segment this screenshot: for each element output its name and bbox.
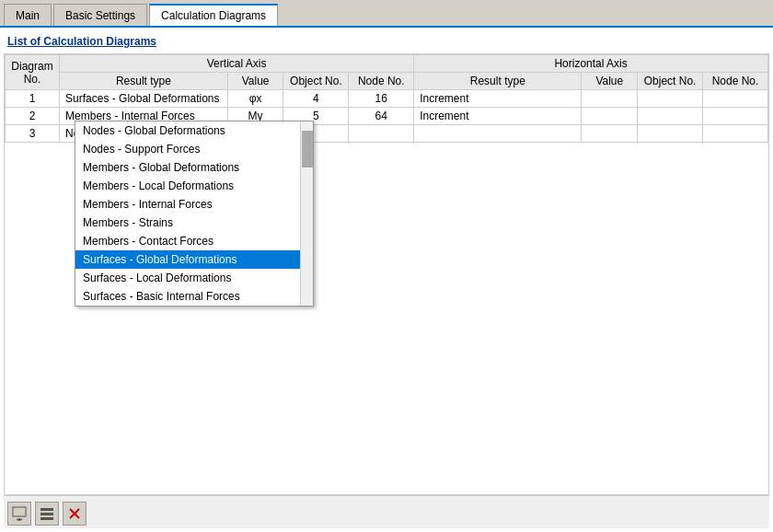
th-vertical-axis: Vertical Axis bbox=[60, 55, 414, 73]
th-horizontal-axis: Horizontal Axis bbox=[414, 55, 768, 73]
add-row-button[interactable] bbox=[7, 502, 31, 526]
svg-rect-5 bbox=[40, 517, 53, 520]
cell-result-h-2: Increment bbox=[414, 108, 582, 125]
dropdown-item-1[interactable]: Nodes - Support Forces bbox=[75, 140, 300, 158]
cell-node-3 bbox=[349, 125, 414, 143]
result-type-dropdown[interactable]: Nodes - Global Deformations Nodes - Supp… bbox=[75, 121, 314, 306]
dropdown-item-0[interactable]: Nodes - Global Deformations bbox=[75, 121, 300, 140]
dropdown-item-3[interactable]: Members - Local Deformations bbox=[75, 177, 300, 195]
cell-diagram-1: 1 bbox=[6, 90, 60, 108]
svg-rect-0 bbox=[13, 507, 26, 516]
tab-main[interactable]: Main bbox=[4, 4, 52, 26]
cell-node-2: 64 bbox=[349, 108, 414, 125]
cell-node-h-3 bbox=[703, 125, 768, 143]
svg-rect-4 bbox=[40, 513, 53, 515]
cell-object-h-1 bbox=[638, 90, 703, 108]
cell-result-1: Surfaces - Global Deformations bbox=[60, 90, 228, 108]
toolbar bbox=[4, 495, 769, 528]
arrange-icon bbox=[40, 506, 54, 521]
dropdown-item-9[interactable]: Surfaces - Basic Internal Forces bbox=[75, 287, 300, 306]
cell-node-1: 16 bbox=[349, 90, 414, 108]
cell-value-1: φx bbox=[227, 90, 283, 108]
cell-diagram-3: 3 bbox=[6, 125, 60, 143]
th-object-no-v: Object No. bbox=[283, 73, 349, 90]
dropdown-item-2[interactable]: Members - Global Deformations bbox=[75, 158, 300, 177]
cell-node-h-2 bbox=[703, 108, 768, 125]
content-area: List of Calculation Diagrams DiagramNo. … bbox=[0, 28, 773, 532]
dropdown-list: Nodes - Global Deformations Nodes - Supp… bbox=[75, 121, 300, 306]
dropdown-item-4[interactable]: Members - Internal Forces bbox=[75, 195, 300, 214]
cell-object-1: 4 bbox=[283, 90, 349, 108]
th-object-no-h: Object No. bbox=[638, 73, 703, 90]
th-node-no-v: Node No. bbox=[349, 73, 414, 90]
table-container: DiagramNo. Vertical Axis Horizontal Axis… bbox=[4, 53, 769, 495]
cell-node-h-1 bbox=[703, 90, 768, 108]
dropdown-item-6[interactable]: Members - Contact Forces bbox=[75, 232, 300, 250]
th-value-h: Value bbox=[582, 73, 638, 90]
tab-calculation-diagrams[interactable]: Calculation Diagrams bbox=[149, 4, 278, 26]
th-diagram-no: DiagramNo. bbox=[6, 55, 60, 90]
dropdown-item-8[interactable]: Surfaces - Local Deformations bbox=[75, 269, 300, 287]
dropdown-scroll-area: Nodes - Global Deformations Nodes - Supp… bbox=[75, 121, 313, 306]
th-value-v: Value bbox=[227, 73, 283, 90]
svg-rect-3 bbox=[40, 508, 53, 511]
table-row[interactable]: 1 Surfaces - Global Deformations φx 4 16… bbox=[6, 90, 768, 108]
dropdown-item-7[interactable]: Surfaces - Global Deformations bbox=[75, 250, 300, 269]
cell-result-h-1: Increment bbox=[414, 90, 582, 108]
cell-value-h-3 bbox=[582, 125, 638, 143]
cell-value-h-1 bbox=[582, 90, 638, 108]
add-icon bbox=[12, 506, 27, 521]
dropdown-scrollbar[interactable] bbox=[300, 121, 313, 306]
th-result-type-v: Result type bbox=[60, 73, 228, 90]
cell-diagram-2: 2 bbox=[6, 108, 60, 125]
th-node-no-h: Node No. bbox=[703, 73, 768, 90]
tab-bar: Main Basic Settings Calculation Diagrams bbox=[0, 0, 773, 28]
delete-icon bbox=[67, 506, 82, 521]
cell-value-h-2 bbox=[582, 108, 638, 125]
dropdown-item-5[interactable]: Members - Strains bbox=[75, 214, 300, 232]
scroll-thumb bbox=[302, 131, 313, 168]
section-title: List of Calculation Diagrams bbox=[4, 31, 769, 53]
cell-object-h-2 bbox=[638, 108, 703, 125]
cell-object-h-3 bbox=[638, 125, 703, 143]
tab-basic-settings[interactable]: Basic Settings bbox=[53, 4, 147, 26]
cell-result-h-3 bbox=[414, 125, 582, 143]
delete-button[interactable] bbox=[63, 502, 87, 526]
th-result-type-h: Result type bbox=[414, 73, 582, 90]
arrange-button[interactable] bbox=[35, 502, 59, 526]
